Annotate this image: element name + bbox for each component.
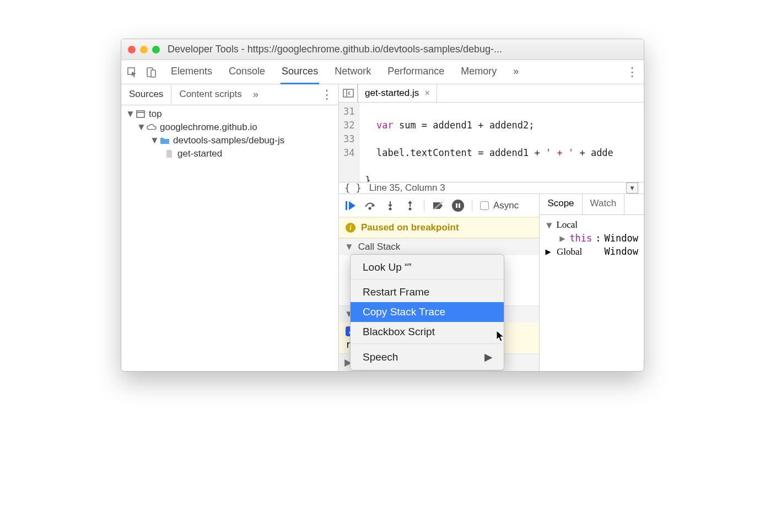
scope-this[interactable]: ▶ this: Window — [545, 232, 638, 245]
window-title: Developer Tools - https://googlechrome.g… — [168, 44, 502, 55]
tab-sources[interactable]: Sources — [281, 60, 319, 84]
info-icon: i — [346, 223, 355, 233]
cloud-icon — [147, 122, 157, 132]
toolbar-menu-icon[interactable]: ⋮ — [626, 65, 638, 79]
code-gutter: 31 32 33 34 — [339, 103, 359, 182]
svg-rect-2 — [151, 70, 155, 77]
async-checkbox[interactable]: Async — [480, 200, 519, 211]
tree-top-label: top — [149, 109, 162, 120]
tab-watch[interactable]: Watch — [583, 194, 625, 214]
file-tree: ▼ top ▼ googlechrome.github.io ▼ devtool… — [121, 105, 338, 371]
close-window-button[interactable] — [128, 46, 136, 53]
scope-local[interactable]: ▼ Local — [545, 218, 638, 232]
svg-rect-15 — [456, 203, 457, 208]
tree-folder[interactable]: ▼ devtools-samples/debug-js — [121, 134, 338, 147]
mouse-cursor-icon — [496, 330, 506, 342]
tree-host[interactable]: ▼ googlechrome.github.io — [121, 121, 338, 134]
device-toggle-icon[interactable] — [146, 67, 157, 78]
menu-copy-stack-trace[interactable]: Copy Stack Trace — [351, 302, 504, 322]
code-line: var sum = addend1 + addend2; — [365, 119, 613, 132]
tree-folder-label: devtools-samples/debug-js — [173, 135, 284, 146]
async-label-text: Async — [493, 200, 519, 211]
code-editor[interactable]: 31 32 33 34 var sum = addend1 + addend2;… — [339, 103, 644, 182]
zoom-window-button[interactable] — [152, 46, 160, 53]
pretty-print-icon[interactable]: { } — [344, 182, 362, 194]
menu-lookup[interactable]: Look Up “” — [351, 257, 504, 280]
code-line: } — [365, 174, 613, 182]
chevron-right-icon: ▶ — [558, 233, 566, 244]
folder-icon — [160, 136, 170, 146]
navigator-pane: Sources Content scripts » ⋮ ▼ top ▼ goog… — [121, 84, 339, 371]
devtools-window: Developer Tools - https://googlechrome.g… — [121, 39, 644, 372]
minimize-window-button[interactable] — [140, 46, 148, 53]
svg-point-10 — [389, 207, 392, 210]
nav-sidebar-icon[interactable] — [339, 84, 358, 102]
subtab-sources[interactable]: Sources — [121, 85, 171, 104]
code-body[interactable]: var sum = addend1 + addend2; label.textC… — [359, 103, 618, 182]
window-titlebar: Developer Tools - https://googlechrome.g… — [121, 39, 644, 60]
statusbar-dropdown[interactable]: ▼ — [626, 182, 638, 194]
editor-tab-label: get-started.js — [365, 88, 419, 99]
chevron-down-icon: ▼ — [344, 241, 354, 252]
tree-file-label: get-started — [177, 148, 222, 159]
svg-rect-16 — [459, 203, 460, 208]
context-menu: Look Up “” Restart Frame Copy Stack Trac… — [350, 254, 504, 370]
step-over-icon[interactable] — [364, 200, 376, 212]
tree-file[interactable]: get-started — [121, 147, 338, 160]
svg-rect-7 — [346, 201, 347, 210]
resume-icon[interactable] — [344, 200, 357, 212]
tab-elements[interactable]: Elements — [170, 60, 213, 84]
step-into-icon[interactable] — [384, 200, 396, 212]
svg-point-8 — [369, 207, 371, 209]
debugger-right: Scope Watch ▼ Local ▶ this: Window — [540, 194, 644, 371]
chevron-down-icon: ▼ — [545, 219, 553, 230]
subtabs-overflow[interactable]: » — [253, 89, 258, 100]
traffic-lights — [128, 46, 160, 53]
menu-speech[interactable]: Speech ▶ — [351, 347, 504, 367]
tabs-overflow[interactable]: » — [512, 60, 520, 84]
editor-tabbar: get-started.js × — [339, 84, 644, 103]
scope-tabs: Scope Watch — [540, 194, 644, 215]
code-line: label.textContent = addend1 + ' + ' + ad… — [365, 146, 613, 160]
tab-network[interactable]: Network — [333, 60, 372, 84]
paused-text: Paused on breakpoint — [361, 222, 459, 233]
tree-host-label: googlechrome.github.io — [160, 122, 257, 133]
scope-body: ▼ Local ▶ this: Window ▶ Global Window — [540, 215, 644, 262]
cursor-location: Line 35, Column 3 — [369, 182, 445, 194]
devtools-toolbar: Elements Console Sources Network Perform… — [121, 60, 644, 84]
navigator-menu-icon[interactable]: ⋮ — [321, 88, 338, 102]
tree-top[interactable]: ▼ top — [121, 108, 338, 121]
svg-point-12 — [409, 207, 412, 210]
checkbox-icon — [480, 201, 489, 210]
tab-console[interactable]: Console — [228, 60, 266, 84]
scope-global[interactable]: ▶ Global Window — [545, 245, 638, 259]
pause-exceptions-icon[interactable] — [452, 200, 464, 212]
chevron-right-icon: ▶ — [545, 246, 551, 257]
window-icon — [136, 109, 146, 119]
editor-tab[interactable]: get-started.js × — [358, 84, 437, 102]
svg-rect-3 — [137, 111, 144, 117]
subtab-content-scripts[interactable]: Content scripts — [171, 85, 249, 104]
tab-performance[interactable]: Performance — [386, 60, 445, 84]
deactivate-breakpoints-icon[interactable] — [432, 200, 444, 212]
step-out-icon[interactable] — [404, 200, 416, 212]
tab-memory[interactable]: Memory — [460, 60, 498, 84]
close-tab-icon[interactable]: × — [424, 88, 430, 99]
navigator-tabs: Sources Content scripts » ⋮ — [121, 84, 338, 105]
paused-banner: i Paused on breakpoint — [339, 217, 539, 238]
file-icon — [164, 149, 174, 159]
submenu-arrow-icon: ▶ — [484, 351, 493, 363]
panel-tabs: Elements Console Sources Network Perform… — [170, 60, 520, 84]
menu-blackbox-script[interactable]: Blackbox Script — [351, 322, 504, 344]
editor-statusbar: { } Line 35, Column 3 ▼ — [339, 182, 644, 194]
callstack-header[interactable]: ▼ Call Stack — [339, 238, 539, 255]
tab-scope[interactable]: Scope — [540, 194, 582, 214]
debug-controls: Async — [339, 194, 539, 217]
menu-restart-frame[interactable]: Restart Frame — [351, 282, 504, 302]
inspect-element-icon[interactable] — [127, 67, 138, 78]
